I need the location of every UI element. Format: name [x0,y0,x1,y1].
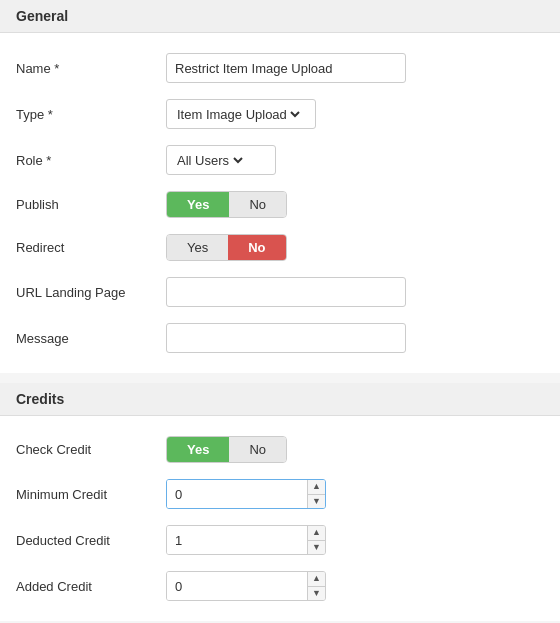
credits-header: Credits [0,383,560,416]
minimum-credit-label: Minimum Credit [16,487,166,502]
added-credit-row: Added Credit ▲ ▼ [16,563,544,609]
redirect-yes-button[interactable]: Yes [167,235,228,260]
credits-section: Credits Check Credit Yes No Minimum Cred… [0,383,560,621]
minimum-credit-up-button[interactable]: ▲ [308,480,325,495]
minimum-credit-input[interactable] [167,480,307,508]
minimum-credit-input-wrap: ▲ ▼ [166,479,326,509]
check-credit-no-button[interactable]: No [229,437,286,462]
minimum-credit-down-button[interactable]: ▼ [308,495,325,509]
deducted-credit-label: Deducted Credit [16,533,166,548]
publish-no-button[interactable]: No [229,192,286,217]
added-credit-control: ▲ ▼ [166,571,544,601]
redirect-row: Redirect Yes No [16,226,544,269]
deducted-credit-spinners: ▲ ▼ [307,526,325,554]
role-control: All Users [166,145,544,175]
deducted-credit-control: ▲ ▼ [166,525,544,555]
type-row: Type * Item Image Upload [16,91,544,137]
redirect-control: Yes No [166,234,544,261]
name-label: Name * [16,61,166,76]
added-credit-down-button[interactable]: ▼ [308,587,325,601]
deducted-credit-row: Deducted Credit ▲ ▼ [16,517,544,563]
message-label: Message [16,331,166,346]
added-credit-label: Added Credit [16,579,166,594]
type-label: Type * [16,107,166,122]
general-body: Name * Type * Item Image Upload Role * [0,33,560,373]
publish-toggle-group: Yes No [166,191,287,218]
name-input[interactable] [166,53,406,83]
check-credit-row: Check Credit Yes No [16,428,544,471]
name-control [166,53,544,83]
type-select-wrap[interactable]: Item Image Upload [166,99,316,129]
publish-label: Publish [16,197,166,212]
name-row: Name * [16,45,544,91]
redirect-label: Redirect [16,240,166,255]
publish-yes-button[interactable]: Yes [167,192,229,217]
added-credit-input[interactable] [167,572,307,600]
role-select-wrap[interactable]: All Users [166,145,276,175]
url-landing-label: URL Landing Page [16,285,166,300]
role-row: Role * All Users [16,137,544,183]
type-control: Item Image Upload [166,99,544,129]
general-header: General [0,0,560,33]
publish-row: Publish Yes No [16,183,544,226]
url-landing-control [166,277,544,307]
check-credit-toggle-group: Yes No [166,436,287,463]
general-section: General Name * Type * Item Image Upload … [0,0,560,373]
redirect-toggle-group: Yes No [166,234,287,261]
minimum-credit-control: ▲ ▼ [166,479,544,509]
check-credit-control: Yes No [166,436,544,463]
deducted-credit-up-button[interactable]: ▲ [308,526,325,541]
message-row: Message [16,315,544,361]
url-landing-input[interactable] [166,277,406,307]
role-label: Role * [16,153,166,168]
url-landing-row: URL Landing Page [16,269,544,315]
redirect-no-button[interactable]: No [228,235,285,260]
message-control [166,323,544,353]
publish-control: Yes No [166,191,544,218]
minimum-credit-row: Minimum Credit ▲ ▼ [16,471,544,517]
deducted-credit-input[interactable] [167,526,307,554]
check-credit-yes-button[interactable]: Yes [167,437,229,462]
added-credit-up-button[interactable]: ▲ [308,572,325,587]
added-credit-spinners: ▲ ▼ [307,572,325,600]
credits-body: Check Credit Yes No Minimum Credit ▲ ▼ [0,416,560,621]
deducted-credit-down-button[interactable]: ▼ [308,541,325,555]
message-input[interactable] [166,323,406,353]
added-credit-input-wrap: ▲ ▼ [166,571,326,601]
role-select[interactable]: All Users [173,152,246,169]
check-credit-label: Check Credit [16,442,166,457]
minimum-credit-spinners: ▲ ▼ [307,480,325,508]
type-select[interactable]: Item Image Upload [173,106,303,123]
deducted-credit-input-wrap: ▲ ▼ [166,525,326,555]
